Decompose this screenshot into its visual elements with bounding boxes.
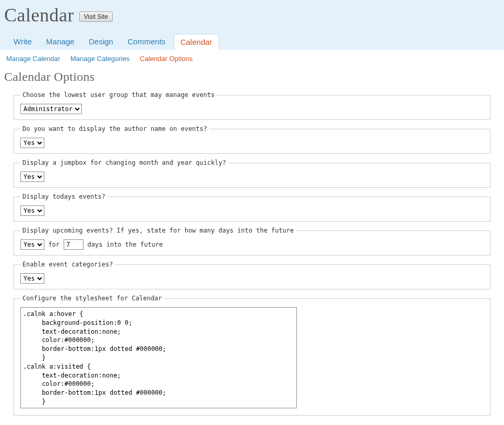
select-todays[interactable]: Yes	[20, 205, 44, 216]
subnav-manage-categories[interactable]: Manage Categories	[70, 55, 129, 63]
select-jumpbox[interactable]: Yes	[20, 172, 44, 182]
sub-navigation: Manage Calendar Manage Categories Calend…	[0, 50, 504, 68]
legend-stylesheet: Configure the stylesheet for Calendar	[20, 295, 164, 302]
input-upcoming-days[interactable]	[64, 239, 83, 250]
subnav-calendar-options[interactable]: Calendar Options	[140, 55, 193, 63]
legend-todays: Display todays events?	[20, 193, 107, 200]
admin-header: Calendar Visit Site Write Manage Design …	[0, 0, 504, 50]
legend-categories: Enable event categories?	[20, 261, 115, 268]
fieldset-author: Do you want to display the author name o…	[14, 125, 490, 154]
tab-manage[interactable]: Manage	[40, 34, 80, 49]
fieldset-upcoming: Display upcoming events? If yes, state f…	[14, 227, 490, 256]
tab-design[interactable]: Design	[82, 34, 119, 49]
legend-upcoming: Display upcoming events? If yes, state f…	[20, 227, 296, 234]
select-upcoming[interactable]: Yes	[20, 239, 44, 250]
tab-comments[interactable]: Comments	[122, 34, 172, 49]
fieldset-stylesheet: Configure the stylesheet for Calendar	[14, 295, 490, 416]
visit-site-button[interactable]: Visit Site	[79, 11, 113, 22]
textarea-stylesheet[interactable]	[20, 307, 297, 408]
select-author[interactable]: Yes	[20, 138, 44, 148]
legend-author: Do you want to display the author name o…	[20, 125, 209, 132]
select-usergroup[interactable]: Administrator	[20, 104, 82, 114]
tab-calendar[interactable]: Calendar	[174, 34, 219, 50]
subnav-manage-calendar[interactable]: Manage Calendar	[6, 55, 60, 63]
options-form: Choose the lowest user group that may ma…	[0, 91, 504, 425]
fieldset-usergroup: Choose the lowest user group that may ma…	[14, 91, 490, 120]
tab-write[interactable]: Write	[7, 34, 38, 49]
primary-tabs: Write Manage Design Comments Calendar	[4, 33, 500, 50]
label-days-suffix: days into the future	[88, 241, 163, 248]
legend-jumpbox: Display a jumpbox for changing month and…	[20, 159, 228, 166]
legend-usergroup: Choose the lowest user group that may ma…	[20, 91, 217, 99]
fieldset-todays: Display todays events? Yes	[14, 193, 490, 222]
fieldset-categories: Enable event categories? Yes	[14, 261, 490, 289]
page-title: Calendar	[4, 4, 74, 26]
select-categories[interactable]: Yes	[20, 273, 44, 284]
section-heading: Calendar Options	[4, 70, 500, 84]
fieldset-jumpbox: Display a jumpbox for changing month and…	[14, 159, 490, 188]
label-for: for	[49, 241, 60, 248]
